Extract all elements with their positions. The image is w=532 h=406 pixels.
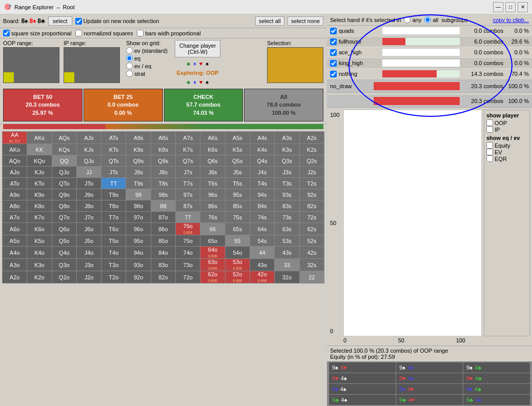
card-sample-5[interactable]: 9♥4♣ (463, 373, 530, 383)
matrix-cell[interactable]: A6o (3, 223, 27, 235)
matrix-cell[interactable]: 95s (225, 189, 250, 200)
matrix-cell[interactable]: 52o0.606 (225, 271, 250, 283)
matrix-cell[interactable]: A7o (3, 212, 27, 223)
matrix-cell[interactable]: 76o0.606 (176, 223, 200, 235)
normalized-checkbox[interactable] (75, 30, 82, 36)
matrix-cell[interactable]: 86s (200, 200, 225, 212)
ev-standard-radio-label[interactable]: ev (standard) (126, 47, 168, 54)
matrix-cell[interactable]: 53o0.606 (225, 259, 250, 271)
ev-standard-radio[interactable] (126, 47, 133, 54)
matrix-cell[interactable]: A3o (3, 259, 27, 271)
matrix-cell[interactable]: J6o (76, 223, 101, 235)
matrix-cell[interactable]: 43s (275, 247, 299, 259)
equity-show-checkbox[interactable] (486, 142, 493, 149)
matrix-cell[interactable]: K2s (299, 144, 324, 155)
select-none-button[interactable]: select none (288, 16, 323, 26)
hand-check-0[interactable] (330, 28, 337, 34)
matrix-cell[interactable]: 42o0.606 (250, 271, 274, 283)
matrix-cell[interactable]: 73o (176, 259, 200, 271)
matrix-cell[interactable]: 94s (250, 189, 274, 200)
matrix-cell[interactable]: T4o (101, 247, 126, 259)
matrix-cell[interactable]: T2o (101, 271, 126, 283)
matrix-cell[interactable]: A6s (200, 132, 225, 144)
matrix-cell[interactable]: K7s (176, 144, 200, 155)
matrix-cell[interactable]: KTs (101, 144, 126, 155)
matrix-cell[interactable]: T3s (275, 178, 299, 189)
matrix-cell[interactable]: T8s (151, 178, 175, 189)
card-sample-1[interactable]: 9♠4♦ (396, 362, 463, 373)
matrix-cell[interactable]: 32o (275, 271, 299, 283)
card-sample-0[interactable]: 9♠4♥ (329, 362, 396, 373)
matrix-cell[interactable]: 66 (200, 223, 225, 235)
matrix-cell[interactable]: K6o (27, 223, 52, 235)
matrix-cell[interactable]: A3s (275, 132, 299, 144)
matrix-cell[interactable]: T5o (101, 235, 126, 247)
eq-radio-label[interactable]: eq (126, 55, 168, 62)
matrix-cell[interactable]: Q2o (52, 271, 76, 283)
matrix-cell[interactable]: 64s (250, 223, 274, 235)
matrix-cell[interactable]: A5s (225, 132, 250, 144)
matrix-cell[interactable]: 84o (151, 247, 175, 259)
matrix-cell[interactable]: JJ (76, 167, 101, 178)
card-sample-11[interactable]: 9♣4♦ (463, 395, 530, 405)
matrix-cell[interactable]: 88 (151, 200, 175, 212)
matrix-cell[interactable]: 54s (250, 235, 274, 247)
matrix-cell[interactable]: Q3s (275, 155, 299, 167)
matrix-cell[interactable]: QTo (52, 178, 76, 189)
card-sample-4[interactable]: 9♥4♦ (396, 373, 463, 383)
matrix-cell[interactable]: 82s (299, 200, 324, 212)
card-sample-3[interactable]: 9♥4♠ (329, 373, 396, 383)
matrix-cell[interactable]: J4s (250, 167, 274, 178)
matrix-cell[interactable]: 98o (126, 200, 151, 212)
matrix-cell[interactable]: KK (27, 144, 52, 155)
matrix-cell[interactable]: 63s (275, 223, 299, 235)
matrix-cell[interactable]: 96s (200, 189, 225, 200)
matrix-cell[interactable]: J5o (76, 235, 101, 247)
select-all-button[interactable]: select all (255, 16, 284, 26)
matrix-cell[interactable]: 97s (176, 189, 200, 200)
matrix-cell[interactable]: 73s (275, 212, 299, 223)
matrix-cell[interactable]: 72o (176, 271, 200, 283)
matrix-cell[interactable]: T6o (101, 223, 126, 235)
ev-show-checkbox[interactable] (486, 149, 493, 155)
matrix-cell[interactable]: 82o (151, 271, 175, 283)
matrix-cell[interactable]: 92s (299, 189, 324, 200)
matrix-cell[interactable]: AQs (52, 132, 76, 144)
matrix-cell[interactable]: Q3o (52, 259, 76, 271)
all-button[interactable]: All 78.0 combos 100.00 % (244, 89, 323, 121)
matrix-cell[interactable]: Q7s (176, 155, 200, 167)
ip-show-label[interactable]: IP (486, 126, 527, 133)
matrix-cell[interactable]: JTs (101, 167, 126, 178)
matrix-cell[interactable]: 65o (200, 235, 225, 247)
matrix-cell[interactable]: 87o (151, 212, 175, 223)
matrix-cell[interactable]: 77 (176, 212, 200, 223)
update-checkbox[interactable] (75, 18, 82, 25)
matrix-cell[interactable]: J8s (151, 167, 175, 178)
matrix-cell[interactable]: Q5s (225, 155, 250, 167)
matrix-cell[interactable]: Q9o (52, 189, 76, 200)
matrix-cell[interactable]: K5s (225, 144, 250, 155)
all-radio[interactable] (424, 16, 431, 23)
matrix-cell[interactable]: K3s (275, 144, 299, 155)
matrix-cell[interactable]: J2o (76, 271, 101, 283)
hand-group-row-4[interactable]: nothing 14.3 combos 70.4 % (327, 69, 532, 79)
matrix-cell[interactable]: T7o (101, 212, 126, 223)
matrix-cell[interactable]: Q5o (52, 235, 76, 247)
bet25-button[interactable]: BET 25 0.0 combos 0.00 % (84, 89, 163, 121)
matrix-cell[interactable]: A5o (3, 235, 27, 247)
maximize-button[interactable]: □ (505, 2, 516, 12)
selection-box[interactable] (267, 47, 323, 83)
card-sample-2[interactable]: 9♠4♣ (463, 362, 530, 373)
matrix-cell[interactable]: QTs (101, 155, 126, 167)
matrix-cell[interactable]: Q2s (299, 155, 324, 167)
check-button[interactable]: CHECK 57.7 combos 74.03 % (164, 89, 243, 121)
ip-show-checkbox[interactable] (486, 126, 493, 133)
matrix-cell[interactable]: 42s (299, 247, 324, 259)
copy-to-clipboard-button[interactable]: copy to clipb... (493, 17, 529, 23)
matrix-cell[interactable]: 85s (225, 200, 250, 212)
matrix-cell[interactable]: Q9s (126, 155, 151, 167)
hand-group-row-3[interactable]: king_high 0.0 combos 0.0 % (327, 58, 532, 69)
matrix-cell[interactable]: K3o (27, 259, 52, 271)
matrix-cell[interactable]: 65s (225, 223, 250, 235)
all-radio-label[interactable]: all (424, 16, 438, 23)
